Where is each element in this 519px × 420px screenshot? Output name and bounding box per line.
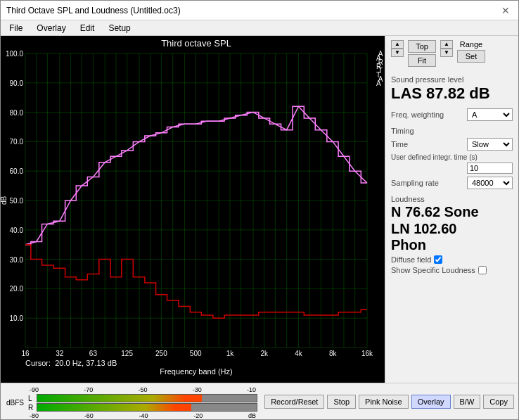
timing-title: Timing (391, 127, 513, 135)
menu-edit[interactable]: Edit (77, 23, 98, 34)
right-panel: ▲ ▼ Top Fit ▲ ▼ Range Set (385, 36, 518, 383)
range-spinners: ▲ ▼ (440, 40, 453, 57)
user-integr-input[interactable] (467, 163, 513, 174)
dbfs-label: dBFS (4, 397, 27, 408)
meter-label-n70: -70 (84, 386, 93, 393)
freq-weighting-row: Freq. weighting ABCDZ (391, 108, 513, 121)
range-label: Range (460, 40, 482, 49)
loudness-section: Loudness N 76.62 Sone LN 102.60 Phon Dif… (391, 195, 513, 274)
l-channel-label: L (28, 395, 35, 402)
meter-label-n20: -20 (193, 412, 203, 419)
arta-label: ARTA (378, 50, 383, 84)
sampling-rate-select[interactable]: 441004800096000 (467, 177, 513, 189)
spl-section: Sound pressure level LAS 87.82 dB (391, 75, 513, 103)
time-select[interactable]: SlowFastImpulse (467, 138, 513, 151)
meter-label-n10: -10 (247, 386, 256, 393)
top-controls: ▲ ▼ Top Fit ▲ ▼ Range Set (391, 40, 513, 67)
top-ctrl-group: ▲ ▼ (391, 40, 404, 57)
bw-button[interactable]: B/W (454, 395, 481, 409)
spl-chart (1, 36, 385, 383)
meter-label-db: dB (248, 412, 256, 419)
set-button[interactable]: Set (457, 50, 485, 63)
menu-overlay[interactable]: Overlay (34, 23, 68, 34)
meter-label-n80: -80 (30, 412, 39, 419)
diffuse-field-checkbox[interactable] (434, 255, 442, 264)
bottom-bar: dBFS -90 -70 -50 -30 -10 L (1, 383, 518, 419)
range-down-btn[interactable]: ▼ (440, 49, 453, 57)
record-reset-button[interactable]: Record/Reset (264, 395, 324, 409)
menu-bar: File Overlay Edit Setup (1, 20, 518, 36)
loudness-ln-value: LN 102.60 (391, 220, 513, 237)
freq-weighting-select[interactable]: ABCDZ (467, 108, 513, 121)
stop-button[interactable]: Stop (327, 395, 356, 409)
sampling-rate-row: Sampling rate 441004800096000 (391, 177, 513, 189)
range-ctrl-group: ▲ ▼ (440, 40, 453, 57)
menu-setup[interactable]: Setup (105, 23, 133, 34)
title-bar: Third Octave SPL and Loudness (Untitled.… (1, 1, 518, 20)
diffuse-field-label: Diffuse field (391, 255, 431, 264)
close-button[interactable]: ✕ (499, 4, 513, 18)
time-row: Time SlowFastImpulse (391, 138, 513, 151)
meter-label-n50: -50 (139, 386, 148, 393)
window-title: Third Octave SPL and Loudness (Untitled.… (6, 6, 181, 15)
meter-label-n40: -40 (139, 412, 148, 419)
diffuse-field-row: Diffuse field (391, 255, 513, 264)
top-fit-group: Top Fit (408, 40, 436, 67)
level-meter: dBFS -90 -70 -50 -30 -10 L (1, 383, 260, 419)
user-integr-row: User defined integr. time (s) (391, 153, 513, 174)
range-set-group: Range Set (457, 40, 485, 63)
main-content: ARTA ▲ ▼ Top Fit ▲ ▼ (1, 36, 518, 383)
top-down-btn[interactable]: ▼ (391, 49, 404, 57)
top-up-btn[interactable]: ▲ (391, 40, 404, 49)
time-label: Time (391, 140, 408, 148)
range-up-btn[interactable]: ▲ (440, 40, 453, 49)
menu-file[interactable]: File (6, 23, 25, 34)
freq-weighting-label: Freq. weighting (391, 110, 444, 119)
overlay-button[interactable]: Overlay (411, 395, 451, 409)
show-specific-loudness-label: Show Specific Loudness (391, 266, 475, 274)
timing-section: Timing Time SlowFastImpulse User defined… (391, 127, 513, 189)
spl-section-label: Sound pressure level (391, 75, 513, 84)
action-buttons: Record/Reset Stop Pink Noise Overlay B/W… (260, 383, 518, 419)
main-window: Third Octave SPL and Loudness (Untitled.… (0, 0, 519, 420)
top-spinners: ▲ ▼ (391, 40, 404, 57)
chart-area: ARTA (1, 36, 385, 383)
user-integr-label: User defined integr. time (s) (391, 153, 478, 161)
copy-button[interactable]: Copy (483, 395, 514, 409)
spl-value: LAS 87.82 dB (391, 84, 513, 103)
top-button[interactable]: Top (408, 40, 436, 53)
meter-label-n90: -90 (30, 386, 39, 393)
pink-noise-button[interactable]: Pink Noise (359, 395, 409, 409)
loudness-title: Loudness (391, 195, 513, 203)
show-specific-loudness-checkbox[interactable] (478, 266, 487, 274)
phon-label: Phon (391, 237, 513, 253)
fit-button[interactable]: Fit (408, 54, 436, 67)
meter-label-n30: -30 (193, 386, 202, 393)
show-specific-loudness-row: Show Specific Loudness (391, 266, 513, 274)
meter-label-n60: -60 (84, 412, 94, 419)
sampling-rate-label: Sampling rate (391, 179, 439, 187)
loudness-n-value: N 76.62 Sone (391, 203, 513, 220)
r-channel-label: R (28, 404, 35, 412)
